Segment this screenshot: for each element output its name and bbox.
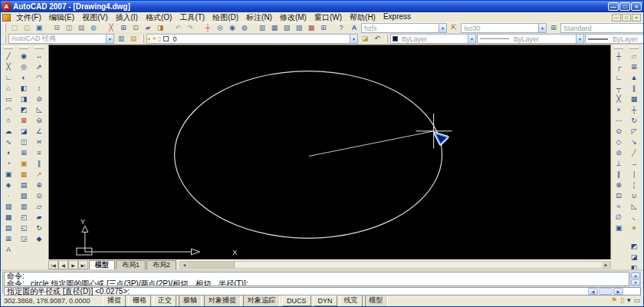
copy-object-icon[interactable]: ⊞ bbox=[627, 61, 641, 72]
plot-preview-icon[interactable]: ◫ bbox=[63, 23, 75, 33]
zoom-realtime-icon[interactable]: ◎ bbox=[214, 23, 226, 33]
intersect-icon[interactable]: ◐ bbox=[17, 72, 31, 83]
spline-tool-icon[interactable]: ∿ bbox=[2, 137, 15, 147]
menu-draw[interactable]: 绘图(D) bbox=[209, 12, 242, 23]
menu-help[interactable]: 帮助(H) bbox=[346, 12, 380, 23]
status-lineweight-button[interactable]: 线宽 bbox=[340, 294, 363, 307]
menu-edit[interactable]: 编辑(E) bbox=[45, 12, 78, 23]
tab-scroll-first-button[interactable]: |◀ bbox=[48, 260, 58, 269]
scroll-down-icon[interactable]: ▼ bbox=[631, 279, 640, 286]
insert-block-tool-icon[interactable]: ▣ bbox=[2, 169, 15, 180]
status-polar-button[interactable]: 极轴 bbox=[179, 294, 202, 307]
snap-to-extension-icon[interactable]: ⋯ bbox=[612, 115, 626, 126]
clean-screen-button[interactable]: ▭ bbox=[633, 297, 640, 304]
subtract-icon[interactable]: ◎ bbox=[17, 61, 31, 72]
dimension-update-icon[interactable]: ↻ bbox=[32, 223, 46, 233]
offset-icon[interactable]: ∥ bbox=[627, 83, 641, 94]
quick-leader-icon[interactable]: ↗ bbox=[32, 169, 46, 180]
toolbar-grip[interactable] bbox=[629, 46, 639, 49]
open-file-icon[interactable]: ◱ bbox=[21, 23, 33, 33]
status-osnap-button[interactable]: 对象捕捉 bbox=[204, 294, 241, 307]
radius-dimension-icon[interactable]: ⊘ bbox=[32, 94, 46, 104]
snap-to-midpoint-icon[interactable]: ┬ bbox=[612, 83, 626, 94]
layer-previous-icon[interactable]: ↶ bbox=[371, 34, 383, 44]
construction-line-tool-icon[interactable]: ╳ bbox=[2, 61, 15, 72]
explode-icon[interactable]: ∗ bbox=[627, 223, 641, 233]
publish-web-icon[interactable]: ◍ bbox=[87, 23, 100, 33]
chevron-down-icon[interactable]: ▼ bbox=[538, 24, 546, 32]
circle-tool-icon[interactable]: ○ bbox=[2, 115, 15, 126]
scale-icon[interactable]: ◸ bbox=[627, 126, 641, 137]
snap-to-intersection-icon[interactable]: ╳ bbox=[612, 94, 626, 104]
hatch-tool-icon[interactable]: ▨ bbox=[2, 201, 15, 212]
chevron-down-icon[interactable]: ▼ bbox=[576, 35, 583, 43]
tool-palettes-icon[interactable]: ▧ bbox=[281, 23, 293, 33]
menu-insert[interactable]: 插入(I) bbox=[111, 12, 141, 23]
status-dyn-button[interactable]: DYN bbox=[314, 295, 337, 306]
angular-dimension-icon[interactable]: ∠ bbox=[32, 126, 46, 137]
linear-dimension-icon[interactable]: ↔ bbox=[32, 51, 46, 61]
jogged-dimension-icon[interactable]: ◺ bbox=[32, 104, 46, 115]
status-model-button[interactable]: 模型 bbox=[365, 294, 388, 307]
dim-style-icon[interactable]: ⇱ bbox=[448, 23, 460, 33]
aligned-dimension-icon[interactable]: ⇗ bbox=[32, 61, 46, 72]
scroll-left-icon[interactable]: ◀ bbox=[588, 288, 598, 295]
tab-scroll-last-button[interactable]: ▶| bbox=[78, 260, 88, 269]
baseline-dimension-icon[interactable]: ≡ bbox=[32, 147, 46, 158]
redo-icon[interactable]: ↷ bbox=[184, 23, 196, 33]
join-icon[interactable]: ∪ bbox=[627, 190, 641, 201]
linetype-combo[interactable]: ByLayer ▼ bbox=[477, 34, 584, 44]
diameter-dimension-icon[interactable]: ⊖ bbox=[32, 115, 46, 126]
new-file-icon[interactable]: ▢ bbox=[8, 23, 21, 33]
point-tool-icon[interactable]: · bbox=[2, 190, 15, 201]
mdi-close-button[interactable]: × bbox=[632, 14, 641, 21]
sheet-set-manager-icon[interactable]: ▨ bbox=[293, 23, 305, 33]
fillet-icon[interactable]: ◟ bbox=[627, 212, 641, 223]
snap-to-none-icon[interactable]: ∅ bbox=[612, 212, 626, 223]
properties-icon[interactable]: ▥ bbox=[256, 23, 268, 33]
continue-dimension-icon[interactable]: ∥ bbox=[32, 158, 46, 169]
tab-scroll-next-button[interactable]: ▶ bbox=[68, 260, 78, 269]
temporary-track-point-icon[interactable]: ┼ bbox=[612, 51, 626, 61]
text-style-icon[interactable]: A bbox=[348, 23, 360, 33]
toolbar-grip[interactable] bbox=[34, 46, 44, 49]
table-tool-icon[interactable]: ⊞ bbox=[2, 233, 15, 244]
menu-express[interactable]: Express bbox=[380, 12, 415, 23]
toolbar-grip[interactable] bbox=[614, 46, 623, 49]
canvas-horizontal-scrollbar[interactable]: ◀ ▶ bbox=[179, 261, 611, 269]
dimension-edit-icon[interactable]: ▱ bbox=[32, 201, 46, 212]
block-editor-icon[interactable]: ◨ bbox=[154, 23, 166, 33]
chevron-down-icon[interactable]: ▼ bbox=[439, 24, 446, 32]
toolbar-grip[interactable] bbox=[4, 24, 6, 32]
table-style-combo[interactable]: Standard ▼ bbox=[560, 23, 643, 33]
lineweight-combo[interactable]: ByLayer ▼ bbox=[585, 34, 643, 44]
osnap-settings-icon[interactable]: ▣ bbox=[612, 223, 626, 233]
designcenter-icon[interactable]: ▦ bbox=[268, 23, 281, 33]
move-faces-icon[interactable]: ◨ bbox=[17, 94, 31, 104]
table-style-icon[interactable]: ⊞ bbox=[547, 23, 560, 33]
make-object-layer-current-icon[interactable]: ◪ bbox=[359, 34, 371, 44]
rectangle-tool-icon[interactable]: ▭ bbox=[2, 94, 15, 104]
region-tool-icon[interactable]: ▤ bbox=[2, 223, 15, 233]
copy-icon[interactable]: ⊞ bbox=[117, 23, 130, 33]
cut-icon[interactable]: ╳ bbox=[105, 23, 117, 33]
status-ducs-button[interactable]: DUCS bbox=[282, 295, 311, 306]
toolbar-lock-icon[interactable]: ▯ bbox=[620, 297, 624, 304]
line-tool-icon[interactable]: ╱ bbox=[2, 51, 15, 61]
dimension-text-edit-icon[interactable]: ▰ bbox=[32, 212, 46, 223]
dimension-style-icon[interactable]: ◆ bbox=[32, 233, 46, 244]
arc-length-dimension-icon[interactable]: ◠ bbox=[32, 72, 46, 83]
status-otrack-button[interactable]: 对象追踪 bbox=[243, 294, 280, 307]
close-button[interactable]: × bbox=[631, 2, 642, 11]
check-icon[interactable]: ◲ bbox=[17, 233, 31, 244]
send-to-back-icon[interactable]: ◪ bbox=[627, 252, 641, 262]
extend-icon[interactable]: → bbox=[627, 158, 641, 169]
rotate-faces-icon[interactable]: ◪ bbox=[17, 126, 31, 137]
chamfer-icon[interactable]: ◺ bbox=[627, 201, 641, 212]
plot-icon[interactable]: ⊟ bbox=[51, 23, 63, 33]
snap-to-perpendicular-icon[interactable]: ⊥ bbox=[612, 158, 626, 169]
layer-combo[interactable]: ● ☀ ▯ 0 ▼ bbox=[146, 34, 358, 44]
toolbar-grip[interactable] bbox=[386, 35, 388, 43]
center-mark-icon[interactable]: ⊙ bbox=[32, 190, 46, 201]
menu-dimension[interactable]: 标注(N) bbox=[242, 12, 276, 23]
